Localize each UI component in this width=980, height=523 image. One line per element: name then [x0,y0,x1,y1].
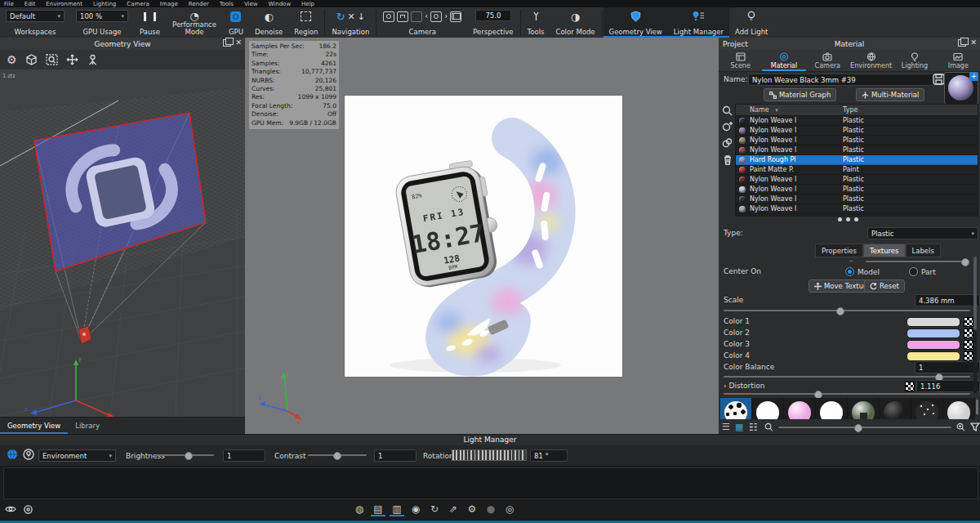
color3-swatch[interactable] [906,340,960,350]
color4-swatch[interactable] [906,351,960,361]
float-panel-icon[interactable] [958,39,966,47]
color-balance-input[interactable]: 1 [915,361,980,373]
distortion-expander[interactable]: › Distortion [724,382,765,390]
tab-camera[interactable]: Camera [806,50,849,71]
history-icon[interactable]: ↻ [427,502,442,516]
menu-tools[interactable]: Tools [220,1,234,7]
workspaces-select[interactable]: Default▾ [6,10,65,22]
material-row-selected[interactable]: Hard Rough PlPlastic [736,155,978,165]
orbit-icon[interactable]: ↻ [336,11,345,22]
color2-texture-icon[interactable] [964,329,973,338]
pan-icon[interactable]: ✕ [348,12,355,21]
color1-swatch[interactable] [906,317,960,327]
pan-move-icon[interactable] [66,54,78,65]
material-row[interactable]: Nylon Weave lPlastic [736,145,978,155]
color3-texture-icon[interactable] [964,340,973,350]
settings-ring-icon[interactable] [23,504,33,515]
menu-lighting[interactable]: Lighting [93,1,116,7]
scale-slider[interactable] [724,307,970,314]
prev-camera-chevron[interactable]: ‹ [425,12,428,20]
thumbnail-pink-sphere[interactable] [784,398,815,419]
reset-button[interactable]: Reset [864,279,905,293]
tab-material[interactable]: Material [762,50,805,71]
material-row[interactable]: Nylon Weave lPlastic [736,175,978,185]
tab-labels[interactable]: Labels [906,244,941,257]
add-material-badge[interactable]: + [969,72,978,81]
filter-icon[interactable] [970,422,980,431]
material-row[interactable]: Nylon Weave lPlastic [736,116,978,126]
material-row[interactable]: Nylon Weave lPlastic [736,126,978,136]
distortion-slider[interactable] [724,391,970,397]
sphere-tool-icon[interactable]: ● [483,502,498,516]
thumbnail-scrollbar[interactable] [976,400,978,414]
geometry-3d-viewport[interactable]: y z x 1 ztz [0,69,245,418]
menu-camera[interactable]: Camera [127,1,149,7]
material-row[interactable]: Nylon Weave lPlastic [736,194,978,204]
material-row[interactable]: Nylon Weave lPlastic [736,185,978,194]
camera-ghost-icon[interactable] [411,11,422,22]
multi-material-button[interactable]: Multi-Material [856,88,924,101]
collapse-minus[interactable]: – [849,257,853,265]
list-view-icon[interactable]: ☰ [722,422,730,432]
save-material-icon[interactable] [933,74,945,85]
radio-model[interactable]: Model [845,267,880,276]
thumbnail-size-slider[interactable] [778,424,951,431]
thumbnail-white-sphere[interactable] [752,398,783,419]
geometry-view-button[interactable]: Geometry View [604,7,668,38]
thumbnail-gray-sphere[interactable] [943,398,974,419]
radio-part[interactable]: Part [909,267,936,276]
color-balance-slider[interactable] [724,373,970,380]
material-type-select[interactable]: Plastic▾ [867,227,978,239]
color4-texture-icon[interactable] [964,351,973,361]
menu-help[interactable]: Help [301,1,314,7]
tree-view-icon[interactable] [748,422,758,431]
project-panel-icon[interactable]: ▥ [390,502,404,516]
light-manager-button[interactable]: Light Manager [668,7,729,38]
material-name-input[interactable]: Nylon Weave Black 3mm #39 [748,74,934,86]
tab-environment[interactable]: Environment [849,50,893,71]
next-camera-chevron[interactable]: › [444,12,448,20]
color1-texture-icon[interactable] [964,317,973,327]
color2-swatch[interactable] [906,329,960,338]
dolly-icon[interactable]: ↓ [358,12,365,21]
tab-scene[interactable]: Scene [719,50,762,71]
menu-render[interactable]: Render [189,1,209,7]
camera-tripod-icon[interactable] [87,54,99,65]
close-icon[interactable]: ✕ [970,39,977,47]
export-icon[interactable]: ⇗ [446,502,461,516]
tab-image[interactable]: Image [937,50,980,71]
camera-lock-icon[interactable] [397,11,408,22]
tools-button[interactable]: Tools [522,7,550,38]
menu-view[interactable]: View [244,1,258,7]
add-light-button[interactable]: Add Light [729,7,773,38]
brightness-slider[interactable] [155,452,214,458]
material-ball-tool-icon[interactable]: ◍ [352,502,367,516]
camera-grid-icon[interactable] [450,11,461,22]
contrast-input[interactable]: 1 [374,449,416,462]
cube-icon[interactable] [25,54,38,65]
gpu-usage-select[interactable]: 100 %▾ [76,10,128,22]
rotation-scrubber[interactable] [452,449,527,461]
tab-library[interactable]: Library [68,418,107,434]
environment-select[interactable]: Environment▾ [38,449,116,462]
material-graph-button[interactable]: Material Graph [764,88,836,101]
grid-view-icon[interactable]: ▦ [735,422,743,432]
trash-icon[interactable] [723,154,733,165]
material-preview[interactable]: + [944,72,978,105]
perspective-input[interactable]: 75.0 [475,10,511,21]
tab-properties[interactable]: Properties [815,244,863,257]
camera-select-icon[interactable] [430,11,442,22]
tab-geometry-view[interactable]: Geometry View [0,418,68,434]
float-panel-icon[interactable] [223,39,231,47]
scrollbar[interactable] [973,257,977,394]
region-button[interactable]: Region [288,7,323,38]
column-name[interactable]: Name ▾ [750,106,841,114]
thumbnail-spotted-sphere[interactable] [720,398,751,419]
color-mode-button[interactable]: ◑ Color Mode [550,7,600,38]
library-panel-icon[interactable]: ▤ [371,502,385,516]
thumbnail-white-sphere-2[interactable] [816,398,847,419]
thumbnail-green-sphere[interactable] [848,398,879,419]
pause-button[interactable]: Pause [134,7,166,38]
environment-globe-icon[interactable] [7,449,18,460]
camera-frame-icon[interactable] [383,11,394,22]
